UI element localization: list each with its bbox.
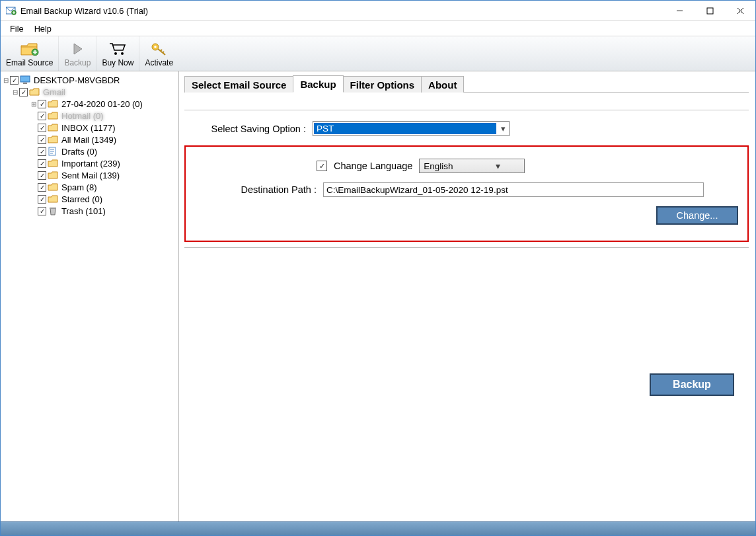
svg-point-10	[154, 46, 157, 48]
tree-item-label: INBOX (1177)	[60, 123, 117, 133]
folder-icon	[48, 147, 58, 156]
change-language-checkbox[interactable]	[317, 161, 327, 171]
destination-path-label: Destination Path :	[195, 184, 323, 195]
saving-option-row: Select Saving Option : PST ▾	[184, 121, 749, 136]
folder-icon	[48, 123, 58, 132]
tree-item-label: Spam (8)	[60, 182, 98, 192]
monitor-icon	[20, 75, 30, 85]
folder-icon	[48, 99, 58, 108]
chevron-down-icon: ▾	[472, 161, 524, 171]
tool-buy-now[interactable]: Buy Now	[96, 36, 139, 71]
checkbox[interactable]	[38, 100, 46, 108]
checkbox[interactable]	[38, 135, 46, 144]
tree-item[interactable]: Sent Mail (139)	[30, 169, 177, 181]
tree-item[interactable]: Hotmail (0)	[30, 110, 177, 122]
tree-item[interactable]: INBOX (1177)	[30, 122, 177, 134]
svg-point-8	[121, 52, 124, 55]
tree-item-label: All Mail (1349)	[60, 135, 118, 145]
expand-icon[interactable]: ⊞	[30, 100, 38, 108]
collapse-icon[interactable]: ⊟	[2, 77, 10, 84]
tree-item-label: Hotmail (0)	[60, 111, 105, 121]
checkbox[interactable]	[38, 171, 46, 180]
checkbox[interactable]	[10, 76, 19, 85]
checkbox[interactable]	[38, 207, 46, 215]
change-language-row: Change Language English ▾	[317, 159, 738, 173]
tool-backup-label: Backup	[64, 58, 91, 67]
tab-panel-backup: Select Saving Option : PST ▾ Change Lang…	[184, 92, 749, 248]
tab-source-label: Select Email Source	[192, 79, 286, 91]
language-select[interactable]: English ▾	[419, 159, 525, 173]
tree-item[interactable]: Important (239)	[30, 157, 177, 169]
folder-icon	[48, 135, 58, 144]
chevron-down-icon: ▾	[497, 124, 509, 134]
tree-item[interactable]: Spam (8)	[30, 181, 177, 193]
tree-item-label: 27-04-2020 01-20 (0)	[60, 99, 144, 109]
app-icon	[6, 5, 17, 16]
folder-icon	[48, 206, 58, 215]
tree-item-label: Important (239)	[60, 159, 122, 169]
svg-rect-3	[707, 8, 713, 14]
tool-email-source[interactable]: Email Source	[1, 36, 59, 71]
menu-help[interactable]: Help	[29, 22, 57, 35]
window-title: Email Backup Wizard v10.6 (Trial)	[20, 6, 148, 16]
cart-icon	[108, 40, 127, 57]
key-icon	[150, 40, 169, 57]
tree-item[interactable]: Drafts (0)	[30, 145, 177, 157]
destination-path-input[interactable]: C:\EmailBackupWizard_01-05-2020 12-19.ps…	[323, 182, 704, 197]
tree-root-label: DESKTOP-M8VGBDR	[32, 75, 122, 85]
maximize-button[interactable]	[695, 1, 725, 20]
tree-item[interactable]: Trash (101)	[30, 205, 177, 217]
backup-button[interactable]: Backup	[650, 373, 734, 396]
close-button[interactable]	[725, 1, 755, 20]
checkbox[interactable]	[38, 159, 46, 168]
checkbox[interactable]	[38, 195, 46, 204]
statusbar	[1, 521, 755, 535]
tab-select-email-source[interactable]: Select Email Source	[184, 76, 293, 93]
tab-about[interactable]: About	[421, 76, 464, 93]
tabstrip: Select Email Source Backup Filter Option…	[184, 75, 749, 92]
backup-button-label: Backup	[673, 379, 711, 391]
svg-rect-11	[20, 76, 30, 82]
menubar: File Help	[1, 21, 755, 36]
minimize-button[interactable]	[664, 1, 695, 20]
tab-filter-options[interactable]: Filter Options	[343, 76, 422, 93]
toolbar: Email Source Backup Buy Now Activate	[1, 36, 755, 71]
folder-icon	[48, 159, 58, 168]
tree-item[interactable]: All Mail (1349)	[30, 134, 177, 145]
tree-root[interactable]: ⊟ DESKTOP-M8VGBDR	[2, 74, 177, 86]
saving-option-select[interactable]: PST ▾	[313, 121, 510, 136]
tree-item[interactable]: Starred (0)	[30, 193, 177, 205]
titlebar: Email Backup Wizard v10.6 (Trial)	[1, 1, 755, 21]
tree-item-label: Sent Mail (139)	[60, 171, 121, 180]
folder-icon	[48, 111, 58, 120]
tab-backup[interactable]: Backup	[293, 75, 343, 93]
svg-rect-12	[23, 83, 27, 84]
change-button[interactable]: Change...	[656, 206, 738, 225]
checkbox[interactable]	[38, 112, 46, 120]
tree-item[interactable]: ⊞27-04-2020 01-20 (0)	[30, 98, 177, 110]
tool-backup[interactable]: Backup	[59, 36, 96, 71]
tree-account[interactable]: ⊟ Gmail	[11, 86, 177, 98]
collapse-icon[interactable]: ⊟	[11, 89, 19, 96]
folder-add-icon	[20, 40, 39, 57]
tool-activate[interactable]: Activate	[139, 36, 178, 71]
folder-open-icon	[29, 87, 40, 96]
menu-file[interactable]: File	[5, 22, 29, 35]
destination-path-row: Destination Path : C:\EmailBackupWizard_…	[195, 182, 738, 197]
main: ⊟ DESKTOP-M8VGBDR ⊟ Gmail ⊞27-04-2020 01…	[1, 71, 755, 521]
change-button-label: Change...	[677, 210, 718, 221]
checkbox[interactable]	[38, 124, 46, 132]
folder-tree[interactable]: ⊟ DESKTOP-M8VGBDR ⊟ Gmail ⊞27-04-2020 01…	[1, 71, 179, 521]
folder-icon	[48, 182, 58, 192]
tool-buy-now-label: Buy Now	[102, 58, 133, 67]
checkbox[interactable]	[38, 183, 46, 192]
checkbox[interactable]	[38, 147, 46, 156]
highlighted-options-box: Change Language English ▾ Destination Pa…	[184, 145, 749, 242]
tree-account-label: Gmail	[42, 87, 67, 97]
tab-filter-label: Filter Options	[350, 79, 415, 91]
divider	[184, 110, 749, 110]
divider	[184, 247, 749, 248]
checkbox[interactable]	[19, 88, 28, 96]
destination-path-value: C:\EmailBackupWizard_01-05-2020 12-19.ps…	[326, 185, 508, 195]
folder-icon	[48, 194, 58, 204]
